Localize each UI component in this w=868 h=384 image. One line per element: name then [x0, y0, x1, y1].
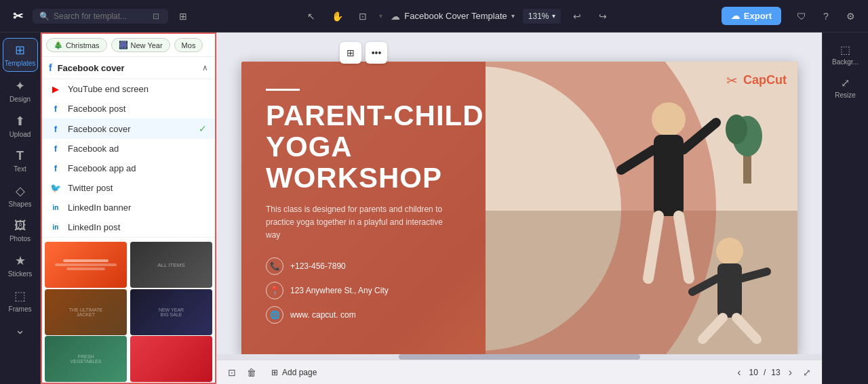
facebook-app-ad-icon: f [50, 163, 61, 173]
christmas-label: Christmas [66, 41, 100, 49]
fullscreen-button[interactable]: ⤢ [800, 364, 814, 381]
canvas-bottom-bar: ⊡ 🗑 ⊞ Add page ‹ 10 / 13 › ⤢ [217, 360, 822, 384]
template-type-dropdown: f Facebook cover ∧ ▶ YouTube end screen … [41, 57, 216, 238]
horizontal-scrollbar[interactable] [217, 354, 822, 360]
search-bar[interactable]: 🔍 ⊡ [33, 9, 168, 24]
filter-tab-newyear[interactable]: 🎆 New Year [111, 38, 170, 52]
sidebar-item-photos[interactable]: 🖼 Photos [3, 215, 38, 247]
design-icon: ✦ [15, 79, 25, 93]
topbar-center: ↖ ✋ ⊡ ▾ ☁ Facebook Cover Template ▾ 131%… [198, 7, 716, 26]
upload-label: Upload [9, 131, 31, 138]
canvas-more-button[interactable]: ••• [366, 42, 387, 64]
zoom-control[interactable]: 131% ▾ [523, 9, 561, 24]
canvas-expand-button[interactable]: ⊞ [340, 42, 361, 64]
template-thumb-2[interactable]: THE ULTIMATEJACKET [45, 289, 127, 335]
design-contact-info: 📞 +123-456-7890 📍 123 Anywhere St., Any … [266, 257, 510, 324]
dropdown-header[interactable]: f Facebook cover ∧ [41, 57, 216, 79]
page-current: 10 [749, 368, 758, 377]
linkedin-banner-icon: in [50, 204, 61, 211]
select-tool[interactable]: ↖ [302, 7, 321, 26]
prev-page-button[interactable]: ‹ [734, 366, 743, 379]
settings-icon[interactable]: ⚙ [841, 7, 860, 26]
stickers-label: Stickers [8, 270, 33, 278]
design-content: PARENT-CHILDYOGAWORKSHOP This class is d… [266, 89, 510, 324]
template-grid: ALL ITEMS THE ULTIMATEJACKET NEW YEARBIG… [41, 238, 216, 384]
add-page-label: Add page [282, 368, 317, 377]
filter-tab-christmas[interactable]: 🎄 Christmas [46, 38, 107, 52]
undo-button[interactable]: ↩ [568, 7, 587, 26]
shield-icon[interactable]: 🛡 [792, 7, 811, 26]
help-icon[interactable]: ? [816, 7, 835, 26]
phone-text: +123-456-7890 [290, 261, 346, 271]
right-panel-background[interactable]: ⬚ Backgr... [825, 39, 866, 70]
dropdown-item-twitter-post[interactable]: 🐦 Twitter post [41, 178, 216, 198]
sidebar-item-frames[interactable]: ⬚ Frames [3, 284, 38, 317]
template-thumb-0[interactable] [45, 242, 127, 288]
globe-icon: 🌐 [266, 306, 283, 324]
next-page-button[interactable]: › [786, 366, 795, 379]
dropdown-item-facebook-ad[interactable]: f Facebook ad [41, 139, 216, 158]
search-icon: 🔍 [39, 12, 50, 21]
thumb-label-0 [45, 242, 127, 288]
filter-icon[interactable]: ⊞ [174, 7, 193, 26]
filter-tab-more[interactable]: Mos [174, 38, 203, 52]
dropdown-item-linkedin-banner[interactable]: in LinkedIn banner [41, 198, 216, 217]
toolbar-right: 131% ▾ ↩ ↪ [523, 7, 612, 26]
template-thumb-5[interactable] [130, 336, 212, 382]
title-dropdown-icon[interactable]: ▾ [511, 12, 515, 20]
dropdown-item-label: YouTube end screen [68, 84, 149, 94]
svg-rect-4 [654, 135, 684, 216]
dropdown-item-facebook-post[interactable]: f Facebook post [41, 99, 216, 119]
dropdown-item-label: Facebook app ad [68, 163, 136, 173]
sidebar-more-button[interactable]: ⌄ [15, 322, 25, 337]
sidebar-item-text[interactable]: T Text [3, 145, 38, 177]
redo-button[interactable]: ↪ [593, 7, 612, 26]
design-accent-line [266, 89, 300, 91]
sidebar-item-upload[interactable]: ⬆ Upload [3, 110, 38, 142]
filter-tabs: 🎄 Christmas 🎆 New Year Mos [41, 33, 216, 57]
template-thumb-1[interactable]: ALL ITEMS [130, 242, 212, 288]
dropdown-item-facebook-app-ad[interactable]: f Facebook app ad [41, 158, 216, 178]
search-input[interactable] [54, 12, 149, 21]
template-thumb-4[interactable]: FRESHVEGETABLES [45, 336, 127, 382]
phone-icon: 📞 [266, 257, 283, 275]
zoom-dropdown-icon: ▾ [552, 12, 555, 20]
delete-page-button[interactable]: 🗑 [244, 364, 259, 381]
newyear-label: New Year [131, 41, 163, 49]
capcut-logo: ✂ CapCut [726, 72, 787, 89]
image-search-icon[interactable]: ⊡ [153, 12, 159, 21]
right-panel: ⬚ Backgr... ⤢ Resize [822, 33, 868, 384]
hand-tool[interactable]: ✋ [328, 7, 347, 26]
export-button[interactable]: ☁ Export [722, 7, 781, 25]
dropdown-item-facebook-cover[interactable]: f Facebook cover ✓ [41, 119, 216, 139]
add-page-button[interactable]: ⊞ Add page [264, 365, 323, 380]
dropdown-item-linkedin-post[interactable]: in LinkedIn post [41, 217, 216, 237]
right-panel-resize[interactable]: ⤢ Resize [825, 72, 866, 103]
frame-tool[interactable]: ⊡ [353, 7, 372, 26]
left-sidebar: ⊞ Templates ✦ Design ⬆ Upload T Text ◇ S… [0, 33, 41, 384]
copy-page-button[interactable]: ⊡ [225, 364, 239, 381]
template-title-area[interactable]: ☁ Facebook Cover Template ▾ [391, 11, 515, 22]
capcut-icon: ✂ [726, 72, 738, 89]
contact-address: 📍 123 Anywhere St., Any City [266, 282, 510, 299]
dropdown-item-youtube-end-screen[interactable]: ▶ YouTube end screen [41, 79, 216, 99]
export-icon: ☁ [731, 11, 740, 21]
sidebar-item-design[interactable]: ✦ Design [3, 74, 38, 107]
canvas-area: ⊞ ••• [217, 33, 822, 384]
topbar-right-icons: 🛡 ? ⚙ [792, 7, 860, 26]
sidebar-item-stickers[interactable]: ★ Stickers [3, 249, 38, 282]
scrollbar-thumb[interactable] [399, 354, 641, 360]
thumb-label-5 [130, 336, 212, 382]
toolbar-left: ↖ ✋ ⊡ ▾ [302, 7, 382, 26]
dropdown-item-label: Facebook ad [68, 144, 119, 154]
dropdown-item-label: Twitter post [68, 183, 113, 193]
sidebar-item-templates[interactable]: ⊞ Templates [3, 38, 38, 72]
thumb-label-3: NEW YEARBIG SALE [130, 289, 212, 335]
background-label: Backgr... [832, 58, 859, 66]
photos-icon: 🖼 [14, 219, 26, 233]
thumb-label-2: THE ULTIMATEJACKET [45, 289, 127, 335]
address-text: 123 Anywhere St., Any City [290, 286, 389, 295]
sidebar-item-shapes[interactable]: ◇ Shapes [3, 179, 38, 212]
frames-icon: ⬚ [14, 289, 26, 303]
template-thumb-3[interactable]: NEW YEARBIG SALE [130, 289, 212, 335]
